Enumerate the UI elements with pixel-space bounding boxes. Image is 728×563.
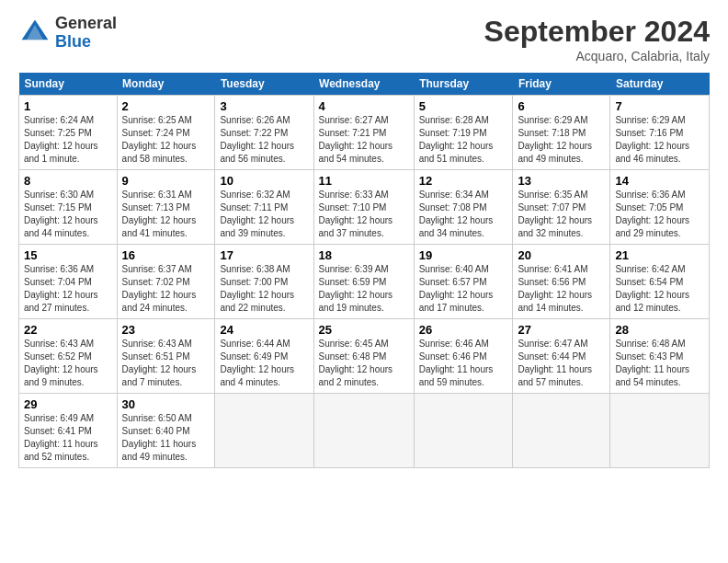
day-number: 13 [518, 174, 605, 188]
day-number: 29 [24, 397, 112, 411]
table-row: 27Sunrise: 6:47 AMSunset: 6:44 PMDayligh… [513, 319, 610, 394]
day-number: 18 [319, 248, 409, 262]
day-info: Sunrise: 6:24 AMSunset: 7:25 PMDaylight:… [24, 115, 98, 164]
day-info: Sunrise: 6:32 AMSunset: 7:11 PMDaylight:… [220, 190, 294, 238]
day-info: Sunrise: 6:36 AMSunset: 7:04 PMDaylight:… [24, 264, 98, 313]
day-info: Sunrise: 6:39 AMSunset: 6:59 PMDaylight:… [319, 264, 393, 313]
table-row: 21Sunrise: 6:42 AMSunset: 6:54 PMDayligh… [610, 245, 710, 319]
day-number: 23 [122, 323, 210, 337]
day-info: Sunrise: 6:31 AMSunset: 7:13 PMDaylight:… [122, 190, 197, 238]
day-number: 16 [122, 248, 210, 262]
location: Acquaro, Calabria, Italy [484, 49, 710, 63]
day-number: 30 [122, 397, 210, 411]
table-row: 18Sunrise: 6:39 AMSunset: 6:59 PMDayligh… [313, 245, 414, 319]
table-row: 9Sunrise: 6:31 AMSunset: 7:13 PMDaylight… [117, 170, 215, 245]
day-info: Sunrise: 6:37 AMSunset: 7:02 PMDaylight:… [122, 264, 197, 313]
day-info: Sunrise: 6:29 AMSunset: 7:18 PMDaylight:… [518, 115, 592, 164]
col-monday: Monday [117, 73, 215, 96]
table-row: 14Sunrise: 6:36 AMSunset: 7:05 PMDayligh… [610, 170, 710, 245]
day-info: Sunrise: 6:27 AMSunset: 7:21 PMDaylight:… [319, 115, 393, 164]
day-info: Sunrise: 6:34 AMSunset: 7:08 PMDaylight:… [419, 190, 494, 238]
col-wednesday: Wednesday [313, 73, 414, 96]
col-sunday: Sunday [19, 73, 118, 96]
day-number: 5 [419, 99, 508, 113]
day-info: Sunrise: 6:26 AMSunset: 7:22 PMDaylight:… [220, 115, 294, 164]
day-info: Sunrise: 6:36 AMSunset: 7:05 PMDaylight:… [615, 190, 689, 238]
title-block: September 2024 Acquaro, Calabria, Italy [484, 15, 710, 63]
table-row: 30Sunrise: 6:50 AMSunset: 6:40 PMDayligh… [117, 394, 215, 468]
day-info: Sunrise: 6:30 AMSunset: 7:15 PMDaylight:… [24, 190, 98, 238]
day-number: 3 [220, 99, 308, 113]
day-number: 6 [518, 99, 605, 113]
logo-general: General [55, 15, 117, 33]
day-number: 11 [319, 174, 409, 188]
table-row: 23Sunrise: 6:43 AMSunset: 6:51 PMDayligh… [117, 319, 215, 394]
table-row: 6Sunrise: 6:29 AMSunset: 7:18 PMDaylight… [513, 96, 610, 170]
day-number: 25 [319, 323, 409, 337]
table-row [215, 394, 313, 468]
day-number: 1 [24, 99, 112, 113]
table-row: 8Sunrise: 6:30 AMSunset: 7:15 PMDaylight… [19, 170, 118, 245]
col-thursday: Thursday [414, 73, 513, 96]
day-info: Sunrise: 6:45 AMSunset: 6:48 PMDaylight:… [319, 339, 393, 387]
day-number: 8 [24, 174, 112, 188]
col-friday: Friday [513, 73, 610, 96]
table-row: 7Sunrise: 6:29 AMSunset: 7:16 PMDaylight… [610, 96, 710, 170]
table-row: 28Sunrise: 6:48 AMSunset: 6:43 PMDayligh… [610, 319, 710, 394]
table-row: 26Sunrise: 6:46 AMSunset: 6:46 PMDayligh… [414, 319, 513, 394]
table-row: 13Sunrise: 6:35 AMSunset: 7:07 PMDayligh… [513, 170, 610, 245]
day-number: 15 [24, 248, 112, 262]
day-info: Sunrise: 6:38 AMSunset: 7:00 PMDaylight:… [220, 264, 294, 313]
day-info: Sunrise: 6:46 AMSunset: 6:46 PMDaylight:… [419, 339, 494, 387]
day-info: Sunrise: 6:43 AMSunset: 6:52 PMDaylight:… [24, 339, 98, 387]
day-info: Sunrise: 6:40 AMSunset: 6:57 PMDaylight:… [419, 264, 494, 313]
table-row: 4Sunrise: 6:27 AMSunset: 7:21 PMDaylight… [313, 96, 414, 170]
table-row: 15Sunrise: 6:36 AMSunset: 7:04 PMDayligh… [19, 245, 118, 319]
table-row: 16Sunrise: 6:37 AMSunset: 7:02 PMDayligh… [117, 245, 215, 319]
calendar-body: 1Sunrise: 6:24 AMSunset: 7:25 PMDaylight… [19, 96, 710, 468]
logo: General Blue [18, 15, 117, 52]
table-row [414, 394, 513, 468]
day-info: Sunrise: 6:25 AMSunset: 7:24 PMDaylight:… [122, 115, 197, 164]
table-row [513, 394, 610, 468]
day-number: 19 [419, 248, 508, 262]
day-number: 12 [419, 174, 508, 188]
calendar-week-3: 22Sunrise: 6:43 AMSunset: 6:52 PMDayligh… [19, 319, 710, 394]
day-info: Sunrise: 6:43 AMSunset: 6:51 PMDaylight:… [122, 339, 197, 387]
day-info: Sunrise: 6:33 AMSunset: 7:10 PMDaylight:… [319, 190, 393, 238]
table-row [610, 394, 710, 468]
table-row: 5Sunrise: 6:28 AMSunset: 7:19 PMDaylight… [414, 96, 513, 170]
table-row: 10Sunrise: 6:32 AMSunset: 7:11 PMDayligh… [215, 170, 313, 245]
table-row: 3Sunrise: 6:26 AMSunset: 7:22 PMDaylight… [215, 96, 313, 170]
day-number: 27 [518, 323, 605, 337]
logo-icon [18, 17, 51, 50]
table-row: 25Sunrise: 6:45 AMSunset: 6:48 PMDayligh… [313, 319, 414, 394]
day-info: Sunrise: 6:42 AMSunset: 6:54 PMDaylight:… [615, 264, 689, 313]
calendar-week-4: 29Sunrise: 6:49 AMSunset: 6:41 PMDayligh… [19, 394, 710, 468]
day-number: 2 [122, 99, 210, 113]
logo-blue: Blue [55, 33, 117, 52]
day-number: 14 [615, 174, 704, 188]
table-row: 2Sunrise: 6:25 AMSunset: 7:24 PMDaylight… [117, 96, 215, 170]
table-row: 29Sunrise: 6:49 AMSunset: 6:41 PMDayligh… [19, 394, 118, 468]
day-info: Sunrise: 6:41 AMSunset: 6:56 PMDaylight:… [518, 264, 592, 313]
day-info: Sunrise: 6:28 AMSunset: 7:19 PMDaylight:… [419, 115, 494, 164]
day-info: Sunrise: 6:50 AMSunset: 6:40 PMDaylight:… [122, 413, 197, 462]
day-number: 24 [220, 323, 308, 337]
table-row: 1Sunrise: 6:24 AMSunset: 7:25 PMDaylight… [19, 96, 118, 170]
page: General Blue September 2024 Acquaro, Cal… [0, 0, 728, 477]
day-number: 26 [419, 323, 508, 337]
table-row: 22Sunrise: 6:43 AMSunset: 6:52 PMDayligh… [19, 319, 118, 394]
col-tuesday: Tuesday [215, 73, 313, 96]
col-saturday: Saturday [610, 73, 710, 96]
month-title: September 2024 [484, 15, 710, 49]
calendar-week-1: 8Sunrise: 6:30 AMSunset: 7:15 PMDaylight… [19, 170, 710, 245]
header: General Blue September 2024 Acquaro, Cal… [18, 15, 710, 63]
day-number: 22 [24, 323, 112, 337]
day-info: Sunrise: 6:35 AMSunset: 7:07 PMDaylight:… [518, 190, 592, 238]
table-row: 17Sunrise: 6:38 AMSunset: 7:00 PMDayligh… [215, 245, 313, 319]
calendar-week-2: 15Sunrise: 6:36 AMSunset: 7:04 PMDayligh… [19, 245, 710, 319]
day-number: 4 [319, 99, 409, 113]
day-number: 7 [615, 99, 704, 113]
table-row: 11Sunrise: 6:33 AMSunset: 7:10 PMDayligh… [313, 170, 414, 245]
